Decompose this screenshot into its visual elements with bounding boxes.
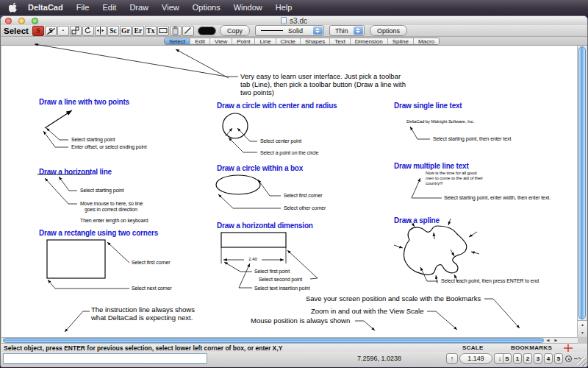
apple-menu-icon[interactable]	[9, 2, 18, 13]
popup-stepper-icon	[313, 26, 323, 35]
scale-label: SCALE	[462, 344, 484, 351]
scale-value-field[interactable]: 1.149	[459, 353, 492, 364]
mirror-button[interactable]	[95, 26, 107, 36]
select-tool-button[interactable]: S	[32, 26, 44, 36]
options-button[interactable]: Options	[370, 25, 407, 36]
resize-grip[interactable]	[577, 357, 587, 367]
mode-label: Select	[4, 26, 29, 35]
move-copy-button[interactable]	[70, 26, 82, 36]
menu-file[interactable]: File	[70, 0, 96, 15]
tab-bar: Select Edit View Point Line Circle Shape…	[1, 37, 587, 46]
scroll-up-icon[interactable]: ▲	[578, 321, 587, 329]
scale-up-button[interactable]: ↑	[446, 353, 458, 364]
menu-help[interactable]: Help	[269, 0, 299, 15]
status-row: Select object, press ENTER for previous …	[1, 344, 587, 352]
mirror-icon	[96, 26, 104, 35]
point-select-button[interactable]: ·	[57, 26, 69, 36]
drawing-canvas[interactable]	[1, 46, 578, 337]
tab-point[interactable]: Point	[232, 38, 255, 44]
horizontal-scrollbar[interactable]: ◀ ▶	[1, 337, 578, 344]
tab-view[interactable]: View	[210, 38, 232, 44]
tab-circle[interactable]: Circle	[276, 38, 301, 44]
menu-view[interactable]: View	[155, 0, 186, 15]
menu-bar: DeltaCad File Edit Draw View Options Win…	[0, 0, 588, 15]
title-bar: s3.dc	[1, 16, 587, 25]
instruction-line: Select object, press ENTER for previous …	[4, 344, 282, 352]
bookmark-save-button[interactable]: S	[503, 353, 512, 364]
vertical-scroll-arrows[interactable]: ▲ ▼	[578, 320, 587, 337]
toolbar: Select S S · Sc Gr Er Tx Copy Solid Thin…	[1, 25, 587, 37]
bookmark-4-button[interactable]: 4	[544, 353, 553, 364]
menu-options[interactable]: Options	[186, 0, 227, 15]
menu-draw[interactable]: Draw	[123, 0, 155, 15]
popup-stepper-icon	[354, 26, 363, 35]
rect-select-button[interactable]	[157, 26, 169, 36]
line-icon	[184, 26, 192, 35]
menu-edit[interactable]: Edit	[96, 0, 123, 15]
origin-icon	[565, 355, 572, 362]
tab-edit[interactable]: Edit	[190, 38, 210, 44]
deselect-tool-button[interactable]: S	[45, 26, 57, 36]
line-width-popup[interactable]: Thin	[329, 25, 365, 36]
tab-text[interactable]: Text	[330, 38, 351, 44]
command-input[interactable]	[3, 353, 207, 364]
menu-deltacad[interactable]: DeltaCad	[25, 0, 70, 15]
line-style-value: Solid	[288, 27, 303, 35]
copy-button[interactable]: Copy	[220, 25, 250, 36]
rectangle-icon	[159, 27, 168, 34]
document-icon	[281, 17, 287, 24]
bookmark-1-button[interactable]: 1	[513, 353, 522, 364]
tab-select[interactable]: Select	[165, 38, 190, 44]
tab-spline[interactable]: Spline	[388, 38, 414, 44]
tab-line[interactable]: Line	[255, 38, 276, 44]
line-style-popup[interactable]: Solid	[255, 25, 324, 36]
window-title-text: s3.dc	[290, 17, 307, 25]
deltacad-window: s3.dc Select S S · Sc Gr Er Tx Copy Soli…	[0, 15, 588, 367]
bookmark-2-button[interactable]: 2	[523, 353, 532, 364]
clipboard-icon	[172, 26, 179, 35]
scale-tool-button[interactable]: Sc	[107, 26, 119, 36]
rotate-icon	[84, 26, 92, 35]
color-swatch[interactable]	[198, 26, 216, 35]
line-select-button[interactable]	[182, 26, 194, 36]
bookmark-5-button[interactable]: 5	[554, 353, 563, 364]
group-tool-button[interactable]: Gr	[120, 26, 132, 36]
text-tool-button[interactable]: Tx	[145, 26, 157, 36]
vertical-scrollbar[interactable]: ▲ ▼	[577, 46, 587, 337]
scroll-down-icon[interactable]: ▼	[578, 329, 587, 337]
tab-shapes[interactable]: Shapes	[301, 38, 330, 44]
menu-window[interactable]: Window	[227, 0, 269, 15]
horizontal-scroll-thumb[interactable]	[3, 338, 544, 343]
bookmarks-label: BOOKMARKS	[511, 344, 552, 351]
tab-strip: Select Edit View Point Line Circle Shape…	[164, 38, 440, 45]
erase-tool-button[interactable]: Er	[132, 26, 144, 36]
clipboard-button[interactable]	[170, 26, 182, 36]
bookmark-3-button[interactable]: 3	[534, 353, 542, 364]
line-style-preview	[261, 30, 283, 31]
line-width-value: Thin	[335, 27, 348, 35]
bottom-bar: 7.2596, 1.0238 ↑ 1.149 ↓ S 1 2 3 4 5	[1, 352, 587, 367]
vertical-scroll-thumb[interactable]	[578, 46, 586, 319]
tab-macro[interactable]: Macro	[414, 38, 439, 44]
mouse-position: 7.2596, 1.0238	[357, 355, 401, 362]
tab-dimension[interactable]: Dimension	[351, 38, 388, 44]
scroll-right-icon[interactable]: ▶	[552, 338, 560, 343]
window-title: s3.dc	[1, 16, 587, 25]
scroll-left-icon[interactable]: ◀	[544, 338, 552, 343]
squares-icon	[71, 26, 79, 35]
rotate-button[interactable]	[82, 26, 94, 36]
